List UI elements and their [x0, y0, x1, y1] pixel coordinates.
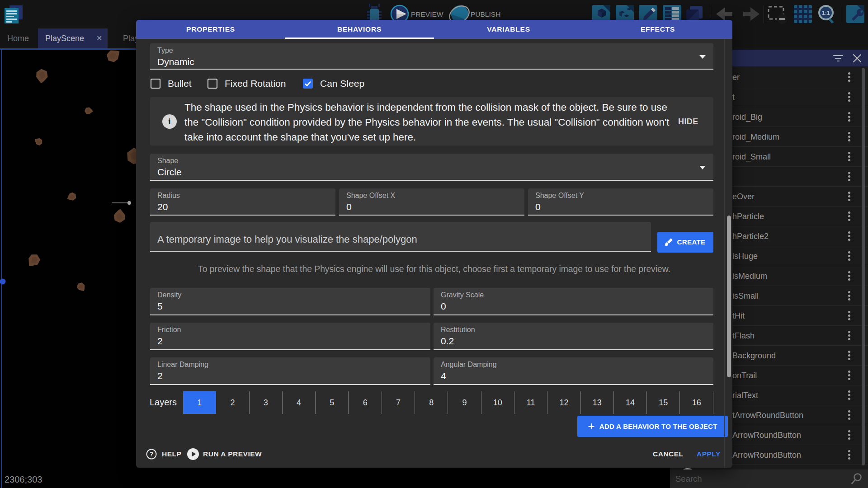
svg-text:1:1: 1:1	[822, 10, 830, 16]
svg-text:?: ?	[150, 450, 154, 458]
svg-text:PREVIEW: PREVIEW	[411, 10, 443, 18]
svg-text:PUBLISH: PUBLISH	[471, 10, 500, 18]
